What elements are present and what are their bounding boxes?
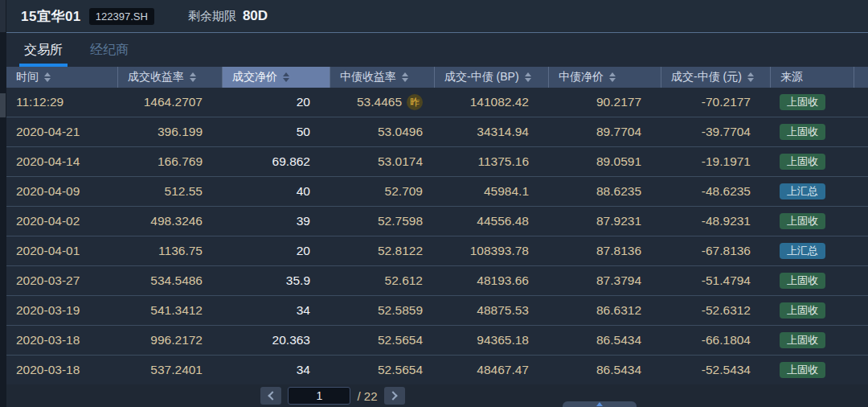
column-header-stub: [854, 67, 868, 88]
column-header-cdc_price[interactable]: 中债净价: [548, 67, 661, 88]
cell-value: 48875.53: [477, 303, 529, 318]
cell-value: 2020-04-14: [16, 154, 80, 169]
table-row[interactable]: 11:12:291464.27072053.4465昨141082.4290.2…: [6, 88, 868, 117]
cell-value: -70.2177: [702, 95, 751, 109]
table-row[interactable]: 2020-04-02498.32463952.759844556.4887.92…: [6, 207, 868, 236]
cell-cdc_price: 89.0591: [548, 147, 661, 176]
table-row[interactable]: 2020-04-21396.1995053.049634314.9489.770…: [6, 117, 868, 147]
cell-value: 90.2177: [596, 95, 641, 109]
cell-value: 53.0496: [378, 125, 423, 139]
column-header-diff_bp[interactable]: 成交-中债 (BP): [434, 67, 548, 88]
cell-diff_yuan: -39.7704: [661, 117, 770, 146]
cell-diff_yuan: -66.1804: [661, 326, 770, 355]
table-row[interactable]: 2020-04-09512.554052.70945984.188.6235-4…: [6, 177, 868, 207]
cell-value: 53.0174: [378, 154, 423, 169]
column-label: 时间: [16, 70, 39, 84]
cell-cdc_price: 90.2177: [548, 88, 661, 117]
prev-page-button[interactable]: [260, 387, 281, 405]
cell-value: 11375.16: [478, 154, 530, 169]
cell-diff_yuan: -67.8136: [661, 236, 770, 265]
cell-cdc_price: 87.3794: [548, 266, 661, 295]
cell-value: 89.7704: [596, 125, 641, 139]
cell-value: 88.6235: [596, 184, 641, 199]
cell-value: 498.3246: [150, 214, 203, 228]
page-number-input[interactable]: [288, 387, 350, 405]
column-header-yield[interactable]: 成交收益率: [117, 67, 222, 88]
cell-diff_yuan: -48.6235: [661, 177, 770, 206]
cell-value: 53.4465: [357, 95, 402, 109]
cell-time: 2020-04-21: [6, 117, 117, 146]
cell-value: 2020-03-27: [16, 273, 80, 288]
cell-price: 50: [222, 117, 330, 146]
source-badge: 上固收: [780, 124, 825, 141]
cell-diff_bp: 141082.42: [434, 88, 548, 117]
column-header-time[interactable]: 时间: [6, 67, 117, 88]
cell-yield: 1136.75: [117, 236, 222, 265]
cell-time: 2020-03-18: [6, 326, 117, 355]
cell-cdc_price: 86.5434: [548, 326, 661, 355]
cell-value: -19.1971: [702, 154, 751, 169]
cell-stub: [854, 326, 868, 355]
column-label: 来源: [780, 70, 803, 84]
table-row[interactable]: 2020-04-14166.76969.86253.017411375.1689…: [6, 147, 868, 177]
table-row[interactable]: 2020-03-18996.217220.36352.565494365.188…: [6, 326, 868, 356]
source-badge: 上汇总: [780, 243, 825, 260]
cell-cdc_price: 86.6312: [548, 296, 661, 325]
cell-price: 20.363: [222, 326, 330, 355]
cell-value: 48193.66: [477, 273, 529, 288]
cell-value: 512.55: [165, 184, 203, 199]
cell-price: 34: [222, 356, 330, 384]
tab-bar: 交易所 经纪商: [6, 33, 868, 67]
table-row[interactable]: 2020-03-19541.34123452.585948875.5386.63…: [6, 296, 868, 326]
cell-cdc_yield: 52.5654: [330, 326, 434, 355]
cell-value: 2020-03-19: [16, 303, 80, 318]
column-header-price[interactable]: 成交净价: [222, 67, 330, 88]
source-badge: 上固收: [780, 302, 825, 319]
table-row[interactable]: 2020-03-27534.548635.952.61248193.6687.3…: [6, 266, 868, 296]
cell-value: 20: [297, 244, 310, 258]
cell-value: 48467.47: [477, 363, 529, 377]
cell-value: 396.199: [158, 125, 203, 139]
next-page-button[interactable]: [384, 387, 405, 405]
cell-value: 2020-04-02: [16, 214, 80, 228]
cell-value: 2020-04-01: [16, 244, 80, 258]
cell-value: 34: [297, 363, 310, 377]
source-badge: 上固收: [780, 154, 825, 171]
cell-source: 上固收: [770, 266, 854, 295]
cell-value: 94365.18: [477, 333, 529, 347]
cell-value: 39: [297, 214, 310, 228]
tab-exchange[interactable]: 交易所: [18, 33, 69, 67]
tab-broker[interactable]: 经纪商: [84, 33, 135, 67]
cell-value: 1136.75: [158, 244, 203, 258]
table-row[interactable]: 2020-03-18537.24013452.565448467.4786.54…: [6, 356, 868, 385]
cell-value: 534.5486: [150, 273, 203, 288]
cell-value: 2020-03-18: [16, 363, 80, 377]
cell-value: 541.3412: [150, 303, 203, 318]
cell-value: 11:12:29: [16, 95, 63, 109]
source-badge: 上固收: [780, 362, 825, 379]
table-body: 11:12:291464.27072053.4465昨141082.4290.2…: [6, 88, 868, 385]
table-row[interactable]: 2020-04-011136.752052.8122108393.7887.81…: [6, 236, 868, 266]
cell-value: 2020-04-21: [16, 125, 80, 139]
cell-source: 上固收: [770, 117, 854, 146]
cell-value: 52.8122: [378, 244, 423, 258]
source-badge: 上固收: [780, 94, 825, 111]
column-label: 成交净价: [232, 70, 277, 84]
cell-price: 39: [222, 207, 330, 236]
cell-cdc_yield: 53.0174: [330, 147, 434, 176]
column-header-diff_yuan[interactable]: 成交-中债 (元): [661, 67, 770, 88]
column-header-cdc_yield[interactable]: 中债收益率: [330, 67, 434, 88]
cell-yield: 537.2401: [117, 356, 222, 384]
cell-value: 20: [297, 95, 310, 109]
cell-diff_bp: 11375.16: [434, 147, 548, 176]
horizontal-scrollbar-thumb[interactable]: [563, 401, 637, 407]
cell-price: 20: [222, 88, 330, 117]
source-badge: 上汇总: [780, 183, 825, 200]
cell-cdc_price: 89.7704: [548, 117, 661, 146]
cell-time: 2020-04-14: [6, 147, 117, 176]
cell-value: -51.4794: [702, 273, 751, 288]
cell-value: 2020-03-18: [16, 333, 80, 347]
cell-price: 34: [222, 296, 330, 325]
cell-cdc_yield: 52.709: [330, 177, 434, 206]
cell-price: 35.9: [222, 266, 330, 295]
